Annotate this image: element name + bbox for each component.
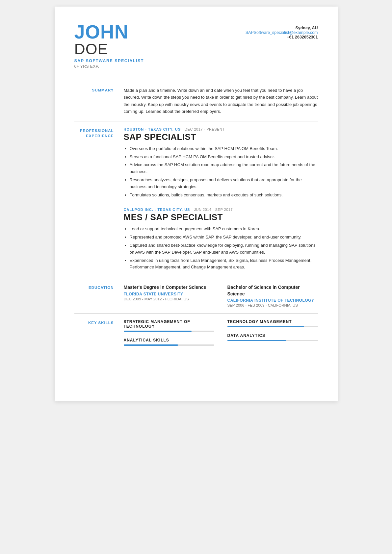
job-1-company: HOUSTON - TEXAS CITY, US DEC 2017 - PRES… (124, 127, 318, 131)
edu-item-1: Master's Degree in Computer Science FLOR… (124, 284, 214, 307)
skill-3-bar-bg (227, 326, 318, 327)
job-title: SAP SOFTWARE SPECIALIST (74, 59, 144, 63)
job-2-company: CALLPOD INC. - TEXAS CITY, US JUN 2014 -… (124, 208, 318, 212)
skills-content: STRATEGIC MANAGEMENT OF TECHNOLOGY ANALY… (124, 319, 318, 352)
edu-1-date: DEC 2009 - MAY 2012 - FLORIDA, US (124, 297, 214, 301)
skills-section: KEY SKILLS STRATEGIC MANAGEMENT OF TECHN… (74, 314, 318, 358)
first-name: JOHN (74, 22, 144, 41)
job-1-bullets: Oversees the portfolio of solutions with… (124, 145, 318, 199)
summary-content: Made a plan and a timeline. Write down a… (124, 87, 318, 115)
skill-col-left: STRATEGIC MANAGEMENT OF TECHNOLOGY ANALY… (124, 319, 214, 352)
education-grid: Master's Degree in Computer Science FLOR… (124, 284, 318, 307)
edu-1-school: FLORIDA STATE UNIVERSITY (124, 292, 214, 296)
job-1-title: SAP SPECIALIST (124, 132, 318, 142)
phone: +61 2632652301 (246, 35, 318, 39)
skill-2-name: ANALYTICAL SKILLS (124, 338, 214, 342)
header-section: JOHN DOE SAP SOFTWARE SPECIALIST 6+ YRS … (74, 22, 318, 69)
job-2: CALLPOD INC. - TEXAS CITY, US JUN 2014 -… (124, 208, 318, 271)
education-content: Master's Degree in Computer Science FLOR… (124, 284, 318, 307)
job-1-location: HOUSTON - TEXAS CITY, US (124, 127, 181, 131)
bullet-item: Oversees the portfolio of solutions with… (130, 145, 318, 152)
skill-1-name: STRATEGIC MANAGEMENT OF TECHNOLOGY (124, 319, 214, 329)
job-2-location: CALLPOD INC. - TEXAS CITY, US (124, 208, 190, 212)
header-right: Sydney, AU SAPSoftware_specialist@exampl… (246, 26, 318, 39)
summary-text: Made a plan and a timeline. Write down a… (124, 87, 318, 115)
skill-2-bar-bg (124, 344, 214, 346)
job-2-title: MES / SAP SPECIALIST (124, 212, 318, 222)
bullet-item: Formulates solutions, builds consensus, … (130, 192, 318, 199)
bullet-item: Experienced in using tools from Lean Man… (130, 257, 318, 271)
job-1-date: DEC 2017 - PRESENT (185, 127, 224, 131)
bullet-item: Serves as a functional SAP HCM PA OM Ben… (130, 154, 318, 161)
edu-2-school: CALIFORNIA INSTITUTE OF TECHNOLOGY (227, 298, 318, 303)
resume-document: JOHN DOE SAP SOFTWARE SPECIALIST 6+ YRS … (55, 7, 338, 401)
header-divider (74, 75, 318, 75)
skill-1-bar-bg (124, 331, 214, 332)
skill-3-bar-fill (227, 326, 304, 327)
skills-grid: STRATEGIC MANAGEMENT OF TECHNOLOGY ANALY… (124, 319, 318, 352)
bullet-item: Captured and shared best-practice knowle… (130, 242, 318, 256)
header-left: JOHN DOE SAP SOFTWARE SPECIALIST 6+ YRS … (74, 22, 144, 69)
experience-section: PROFESSIONAL EXPERIENCE HOUSTON - TEXAS … (74, 121, 318, 278)
last-name: DOE (74, 41, 144, 57)
job-1: HOUSTON - TEXAS CITY, US DEC 2017 - PRES… (124, 127, 318, 199)
job-2-bullets: Lead or support technical engagement wit… (124, 226, 318, 271)
education-label: EDUCATION (74, 284, 114, 307)
edu-2-degree: Bachelor of Science in Computer Science (227, 284, 318, 297)
bullet-item: Advice across the SAP HCM solution road … (130, 162, 318, 175)
experience-years: 6+ YRS EXP. (74, 64, 144, 69)
skill-4: DATA ANALYTICS (227, 333, 318, 341)
edu-1-degree: Master's Degree in Computer Science (124, 284, 214, 291)
skill-4-bar-bg (227, 340, 318, 341)
skill-3: TECHNOLOGY MANAGEMENT (227, 319, 318, 327)
education-section: EDUCATION Master's Degree in Computer Sc… (74, 278, 318, 314)
skill-2: ANALYTICAL SKILLS (124, 338, 214, 346)
skill-4-name: DATA ANALYTICS (227, 333, 318, 338)
email: SAPSoftware_specialist@example.com (246, 30, 318, 35)
bullet-item: Researches analyzes, designs, proposes a… (130, 177, 318, 190)
bullet-item: Lead or support technical engagement wit… (130, 226, 318, 233)
skill-4-bar-fill (227, 340, 286, 341)
experience-label: PROFESSIONAL EXPERIENCE (74, 127, 114, 272)
skills-label: KEY SKILLS (74, 319, 114, 352)
location: Sydney, AU (246, 26, 318, 30)
summary-label: SUMMARY (74, 87, 114, 115)
job-2-date: JUN 2014 - SEP 2017 (194, 208, 233, 212)
bullet-item: Represented and promoted AWS within SAP,… (130, 234, 318, 241)
skill-1-bar-fill (124, 331, 192, 332)
skill-col-right: TECHNOLOGY MANAGEMENT DATA ANALYTICS (227, 319, 318, 352)
experience-content: HOUSTON - TEXAS CITY, US DEC 2017 - PRES… (124, 127, 318, 272)
edu-2-date: SEP 2006 - FEB 2009 - CALIFORNIA, US (227, 303, 318, 307)
skill-1: STRATEGIC MANAGEMENT OF TECHNOLOGY (124, 319, 214, 332)
skill-2-bar-fill (124, 344, 178, 346)
summary-section: SUMMARY Made a plan and a timeline. Writ… (74, 81, 318, 121)
skill-3-name: TECHNOLOGY MANAGEMENT (227, 319, 318, 324)
edu-item-2: Bachelor of Science in Computer Science … (227, 284, 318, 307)
